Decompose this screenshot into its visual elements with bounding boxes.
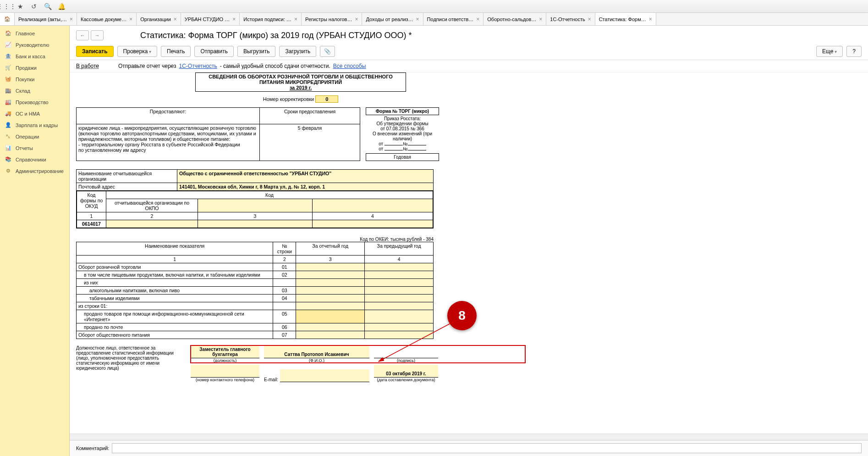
link-1c-otchetnost[interactable]: 1С-Отчетность — [179, 63, 217, 69]
row-prev[interactable] — [365, 331, 434, 339]
tab-4[interactable]: История подписи: …× — [240, 13, 302, 25]
attach-button[interactable]: 📎 — [320, 46, 335, 57]
row-prev[interactable] — [365, 310, 434, 323]
tab-close-icon[interactable]: × — [294, 16, 297, 22]
sidebar-item-6[interactable]: 🏭Производство — [0, 96, 69, 108]
tab-close-icon[interactable]: × — [416, 16, 419, 22]
code-cell-3[interactable] — [198, 199, 313, 212]
row-prev[interactable] — [365, 323, 434, 331]
tab-close-icon[interactable]: × — [539, 16, 542, 22]
tab-close-icon[interactable]: × — [355, 16, 358, 22]
sidebar-item-4[interactable]: 🧺Покупки — [0, 73, 69, 85]
sig-email[interactable] — [280, 369, 369, 382]
star-icon[interactable]: ★ — [16, 3, 24, 10]
tab-close-icon[interactable]: × — [174, 16, 177, 22]
sidebar-item-1[interactable]: 📈Руководителю — [0, 39, 69, 50]
sig-signature[interactable] — [374, 345, 438, 358]
sidebar-item-2[interactable]: 🏦Банк и касса — [0, 50, 69, 62]
row-no: 01 — [273, 263, 296, 271]
sig-position[interactable]: Заместитель главного бухгалтера — [191, 345, 259, 358]
sidebar-label: ОС и НМА — [16, 111, 40, 117]
link-all-ways[interactable]: Все способы — [333, 63, 366, 69]
row-curr[interactable] — [296, 331, 365, 339]
row-curr[interactable] — [296, 287, 365, 295]
row-name: в том числе пищевыми продуктами, включая… — [77, 271, 273, 279]
tab-close-icon[interactable]: × — [649, 16, 652, 22]
apps-icon[interactable]: ⋮⋮⋮ — [3, 3, 10, 10]
sidebar-item-9[interactable]: ᴬₖОперации — [0, 131, 69, 142]
sidebar-item-5[interactable]: 🏬Склад — [0, 85, 69, 96]
row-prev[interactable] — [365, 295, 434, 302]
tab-2[interactable]: Организации× — [137, 13, 181, 25]
okpo-value[interactable] — [106, 220, 198, 228]
tab-close-icon[interactable]: × — [232, 16, 236, 22]
print-button[interactable]: Печать — [161, 46, 191, 57]
home-tab[interactable]: 🏠 — [0, 13, 15, 25]
addr-value[interactable]: 141401, Московская обл, Химки г, 8 Марта… — [177, 183, 434, 191]
tab-9[interactable]: 1С-Отчетность× — [546, 13, 595, 25]
sidebar-label: Продажи — [16, 65, 37, 71]
tab-close-icon[interactable]: × — [70, 16, 73, 22]
tab-close-icon[interactable]: × — [129, 16, 132, 22]
comment-input[interactable] — [112, 443, 862, 453]
row-curr[interactable] — [296, 295, 365, 302]
row-prev[interactable] — [365, 287, 434, 295]
sidebar-item-0[interactable]: 🏠Главное — [0, 28, 69, 39]
sidebar-icon: ⚙ — [5, 168, 12, 174]
sidebar-item-3[interactable]: 🛒Продажи — [0, 62, 69, 73]
send-button[interactable]: Отправить — [194, 46, 234, 57]
more-button[interactable]: Еще — [816, 46, 843, 57]
check-button[interactable]: Проверка — [117, 46, 158, 57]
tab-0[interactable]: Реализация (акты,…× — [15, 13, 77, 25]
history-icon[interactable]: ↺ — [30, 3, 38, 10]
row-prev[interactable] — [365, 271, 434, 279]
row-curr[interactable] — [296, 310, 365, 323]
write-button[interactable]: Записать — [76, 46, 114, 57]
tab-close-icon[interactable]: × — [588, 16, 591, 22]
sidebar-item-8[interactable]: 👤Зарплата и кадры — [0, 119, 69, 131]
horizontal-scrollbar[interactable] — [70, 434, 868, 440]
sidebar-icon: 📚 — [5, 156, 12, 162]
tab-8[interactable]: Оборотно-сальдов…× — [483, 13, 546, 25]
th-name: Наименование показателя — [77, 242, 273, 256]
okpo-label: отчитывающейся организации по ОКПО — [106, 199, 198, 212]
row-no: 02 — [273, 271, 296, 279]
tab-6[interactable]: Доходы от реализ…× — [362, 13, 423, 25]
row-curr[interactable] — [296, 323, 365, 331]
corr-input[interactable]: 0 — [315, 95, 338, 103]
sig-fio[interactable]: Саттва Протопоп Исакиевич — [264, 345, 369, 358]
row-prev[interactable] — [365, 302, 434, 310]
row-curr[interactable] — [296, 263, 365, 271]
forward-button[interactable]: → — [91, 30, 104, 40]
sidebar-item-7[interactable]: 🚚ОС и НМА — [0, 108, 69, 119]
row-curr[interactable] — [296, 271, 365, 279]
addr-label: Почтовый адрес — [77, 183, 177, 191]
okud-label: Код формы по ОКУД — [77, 191, 106, 212]
search-icon[interactable]: 🔍 — [44, 3, 51, 10]
sig-date[interactable]: 03 октября 2019 г. — [374, 365, 438, 378]
row-prev[interactable] — [365, 263, 434, 271]
tab-close-icon[interactable]: × — [476, 16, 479, 22]
help-button[interactable]: ? — [846, 46, 862, 57]
org-value[interactable]: Общество с ограниченной ответственностью… — [177, 170, 434, 183]
sidebar-item-12[interactable]: ⚙Администрирование — [0, 165, 69, 177]
row-curr[interactable] — [296, 302, 365, 310]
tab-10[interactable]: Статистика: Форм…× — [595, 13, 656, 25]
bell-icon[interactable]: 🔔 — [58, 3, 65, 10]
row-curr[interactable] — [296, 279, 365, 287]
back-button[interactable]: ← — [76, 30, 89, 40]
tab-1[interactable]: Кассовые докуме…× — [77, 13, 137, 25]
row-prev[interactable] — [365, 279, 434, 287]
tab-3[interactable]: УРБАН СТУДИО …× — [181, 13, 240, 25]
code-cell-4[interactable] — [313, 199, 433, 212]
status-label[interactable]: В работе — [76, 63, 99, 69]
sidebar-label: Склад — [16, 88, 30, 94]
tab-5[interactable]: Регистры налогов…× — [302, 13, 362, 25]
sidebar-item-11[interactable]: 📚Справочники — [0, 154, 69, 165]
export-button[interactable]: Выгрузить — [237, 46, 276, 57]
import-button[interactable]: Загрузить — [279, 46, 316, 57]
tab-7[interactable]: Подписи ответств…× — [423, 13, 484, 25]
sig-phone[interactable] — [191, 365, 259, 378]
form-header-year: за 2019 г. — [198, 85, 404, 90]
sidebar-item-10[interactable]: 📊Отчеты — [0, 142, 69, 154]
